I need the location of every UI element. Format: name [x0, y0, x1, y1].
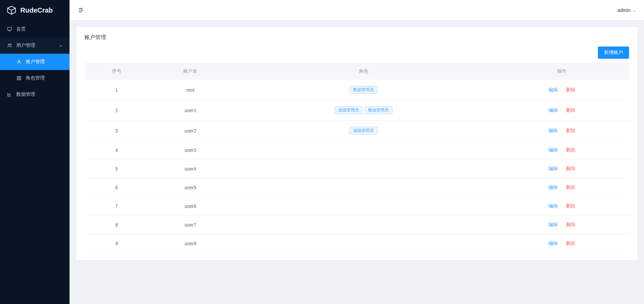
table-row: 6user5编辑删除 — [84, 178, 629, 197]
cell-role — [232, 216, 495, 234]
sidebar-item-user-mgmt[interactable]: 用户管理 — [0, 37, 70, 54]
cell-username: user4 — [149, 160, 232, 178]
delete-link[interactable]: 删除 — [566, 87, 575, 92]
user-icon — [16, 59, 22, 65]
edit-link[interactable]: 编辑 — [548, 87, 558, 92]
cell-username: user1 — [149, 100, 232, 121]
content: 账户管理 新增账户 序号 账户名 角色 操作 1root数据管理员编辑删除2us… — [70, 20, 644, 304]
edit-link[interactable]: 编辑 — [548, 166, 558, 171]
table-row: 2user1超级管理员数据管理员编辑删除 — [84, 100, 629, 121]
cell-role: 超级管理员数据管理员 — [232, 100, 495, 121]
svg-rect-4 — [17, 76, 19, 78]
edit-link[interactable]: 编辑 — [548, 240, 558, 246]
col-username: 账户名 — [149, 63, 232, 80]
sidebar-item-account-mgmt[interactable]: 账户管理 — [0, 54, 70, 70]
edit-link[interactable]: 编辑 — [548, 222, 558, 227]
svg-point-3 — [18, 60, 20, 62]
table-row: 7user6编辑删除 — [84, 197, 629, 216]
cell-role — [232, 141, 495, 160]
chevron-up-icon — [59, 43, 63, 48]
svg-rect-6 — [17, 78, 19, 80]
cell-username: user8 — [149, 234, 232, 253]
users-icon — [7, 43, 12, 48]
cell-username: user6 — [149, 197, 232, 216]
user-menu[interactable]: admin — [618, 7, 636, 13]
svg-rect-0 — [7, 28, 12, 30]
delete-link[interactable]: 删除 — [566, 203, 575, 209]
table-row: 5user4编辑删除 — [84, 160, 629, 178]
col-index: 序号 — [84, 63, 149, 80]
delete-link[interactable]: 删除 — [566, 166, 575, 171]
svg-point-1 — [8, 44, 9, 45]
edit-link[interactable]: 编辑 — [548, 128, 558, 133]
role-tag: 超级管理员 — [335, 106, 363, 114]
role-tag: 数据管理员 — [350, 86, 377, 94]
cell-username: user2 — [149, 121, 232, 141]
cell-index: 4 — [84, 141, 149, 160]
role-tag: 超级管理员 — [350, 127, 377, 135]
cell-index: 7 — [84, 197, 149, 216]
monitor-icon — [7, 26, 12, 32]
sidebar-item-home[interactable]: 首页 — [0, 21, 70, 37]
cell-index: 3 — [84, 121, 149, 141]
cell-role — [232, 234, 495, 253]
menu-toggle-icon[interactable] — [78, 7, 84, 14]
sidebar-item-label: 数据管理 — [16, 91, 35, 97]
cell-actions: 编辑删除 — [495, 80, 629, 100]
delete-link[interactable]: 删除 — [566, 222, 575, 227]
grid-icon — [16, 75, 22, 81]
sidebar-item-role-mgmt[interactable]: 角色管理 — [0, 70, 70, 86]
cell-role — [232, 178, 495, 197]
logo-icon — [7, 5, 16, 15]
cell-actions: 编辑删除 — [495, 141, 629, 160]
cell-role — [232, 160, 495, 178]
page-title: 账户管理 — [84, 34, 629, 41]
sidebar-item-label: 账户管理 — [26, 59, 45, 65]
cell-actions: 编辑删除 — [495, 197, 629, 216]
cell-username: root — [149, 80, 232, 100]
col-role: 角色 — [232, 63, 495, 80]
table-row: 1root数据管理员编辑删除 — [84, 80, 629, 100]
delete-link[interactable]: 删除 — [566, 128, 575, 133]
cell-index: 5 — [84, 160, 149, 178]
edit-link[interactable]: 编辑 — [548, 147, 558, 153]
accounts-table: 序号 账户名 角色 操作 1root数据管理员编辑删除2user1超级管理员数据… — [84, 63, 629, 253]
card: 账户管理 新增账户 序号 账户名 角色 操作 1root数据管理员编辑删除2us… — [76, 27, 637, 260]
cell-role: 数据管理员 — [232, 80, 495, 100]
header: admin — [70, 0, 644, 20]
delete-link[interactable]: 删除 — [566, 107, 575, 113]
edit-link[interactable]: 编辑 — [548, 107, 558, 113]
table-row: 3user2超级管理员编辑删除 — [84, 121, 629, 141]
cell-index: 8 — [84, 216, 149, 234]
cell-role — [232, 197, 495, 216]
cell-username: user3 — [149, 141, 232, 160]
sidebar: RudeCrab 首页 用户管理 — [0, 0, 70, 304]
svg-rect-5 — [19, 76, 21, 78]
edit-link[interactable]: 编辑 — [548, 203, 558, 209]
table-row: 4user3编辑删除 — [84, 141, 629, 160]
add-account-button[interactable]: 新增账户 — [598, 47, 629, 59]
cell-actions: 编辑删除 — [495, 160, 629, 178]
cell-username: user5 — [149, 178, 232, 197]
cell-actions: 编辑删除 — [495, 178, 629, 197]
table-row: 8user7编辑删除 — [84, 216, 629, 234]
sidebar-menu: 首页 用户管理 账户管理 — [0, 20, 70, 103]
delete-link[interactable]: 删除 — [566, 240, 575, 246]
delete-link[interactable]: 删除 — [566, 147, 575, 153]
toolbar: 新增账户 — [84, 47, 629, 59]
brand-name: RudeCrab — [20, 6, 53, 14]
chevron-down-icon — [632, 8, 636, 12]
sidebar-item-label: 首页 — [16, 26, 26, 32]
submenu-user-mgmt: 账户管理 角色管理 — [0, 54, 70, 86]
cell-username: user7 — [149, 216, 232, 234]
delete-link[interactable]: 删除 — [566, 184, 575, 190]
role-tag: 数据管理员 — [365, 106, 392, 114]
cell-actions: 编辑删除 — [495, 100, 629, 121]
sidebar-item-data-mgmt[interactable]: 数据管理 — [0, 86, 70, 103]
logo-area: RudeCrab — [0, 0, 70, 20]
cell-actions: 编辑删除 — [495, 216, 629, 234]
edit-link[interactable]: 编辑 — [548, 184, 558, 190]
cell-index: 2 — [84, 100, 149, 121]
cell-actions: 编辑删除 — [495, 234, 629, 253]
cell-index: 6 — [84, 178, 149, 197]
